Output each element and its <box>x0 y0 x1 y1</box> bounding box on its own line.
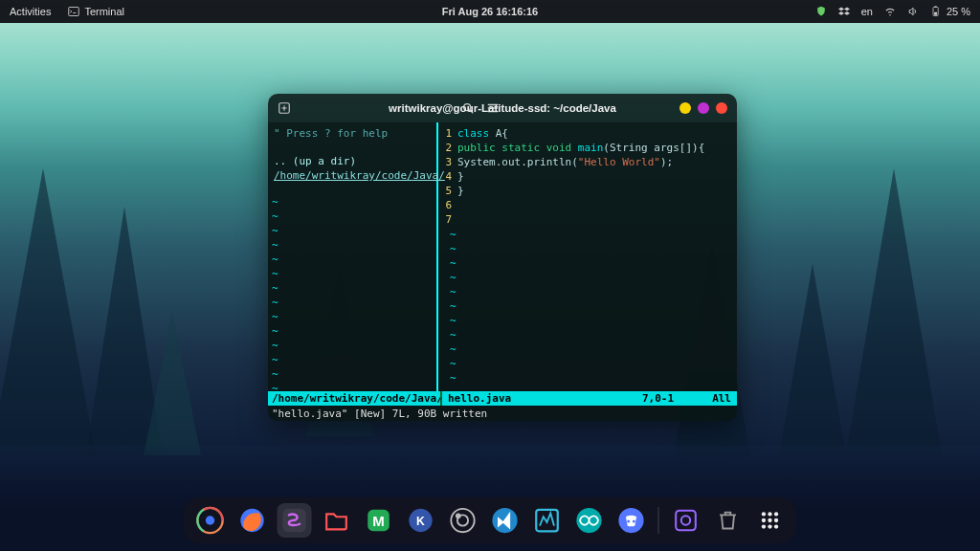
code-line[interactable]: 2public static void main(String args[]){ <box>438 141 737 155</box>
shield-icon[interactable] <box>815 6 827 17</box>
svg-point-16 <box>451 509 474 532</box>
terminal-window[interactable]: writwikray@gour-Latitude-ssd: ~/code/Jav… <box>268 94 737 421</box>
vim-message: "hello.java" [New] 7L, 90B written <box>268 406 737 421</box>
terminal-titlebar[interactable]: writwikray@gour-Latitude-ssd: ~/code/Jav… <box>268 94 737 122</box>
code-text: } <box>457 184 464 198</box>
svg-text:K: K <box>416 515 425 528</box>
vim-statusline: /home/writwikray/code/Java/ hello.java 7… <box>268 391 737 406</box>
battery-icon <box>930 6 942 17</box>
line-number: 7 <box>438 212 457 227</box>
minimize-button[interactable] <box>679 102 691 114</box>
dock-app-screenshot[interactable] <box>669 503 703 538</box>
netrw-updir[interactable]: .. (up a dir) <box>274 154 431 168</box>
dock-separator <box>658 507 659 534</box>
svg-point-9 <box>206 516 214 524</box>
dock-app-kdenlive[interactable]: K <box>404 503 438 538</box>
battery-indicator[interactable]: 25 % <box>930 6 970 17</box>
code-content[interactable]: 1class A{2public static void main(String… <box>438 126 737 227</box>
dock-app-chrome[interactable] <box>193 503 228 538</box>
status-filename: hello.java <box>448 392 511 405</box>
dock-app-discord[interactable] <box>614 503 649 538</box>
terminal-title: writwikray@gour-Latitude-ssd: ~/code/Jav… <box>389 102 616 114</box>
code-line[interactable]: 1class A{ <box>438 126 737 141</box>
svg-rect-2 <box>934 12 937 15</box>
svg-point-18 <box>456 514 461 519</box>
empty-line-markers: ~~~~~~~~~~~ <box>450 228 457 386</box>
svg-point-26 <box>681 516 690 524</box>
terminal-icon <box>68 6 79 17</box>
wallpaper-tree <box>144 312 201 455</box>
dropbox-icon[interactable] <box>838 6 850 17</box>
line-number: 5 <box>438 184 457 198</box>
dock-app-firefox[interactable] <box>235 503 270 538</box>
gnome-topbar: Activities Terminal Fri Aug 26 16:16:16 … <box>0 0 980 23</box>
wifi-icon[interactable] <box>884 6 896 17</box>
netrw-pane[interactable]: " Press ? for help .. (up a dir) /home/w… <box>268 122 438 391</box>
maximize-button[interactable] <box>698 102 709 114</box>
code-text: } <box>457 169 464 184</box>
activities-button[interactable]: Activities <box>10 6 51 17</box>
dock-app-obs[interactable] <box>446 503 480 538</box>
dock-app-emacs[interactable] <box>278 503 312 538</box>
dock-app-mail[interactable]: M <box>362 503 396 538</box>
line-number: 4 <box>438 169 457 184</box>
code-text: public static void main(String args[]){ <box>457 141 704 155</box>
svg-point-27 <box>762 512 766 516</box>
volume-icon[interactable] <box>907 6 919 17</box>
code-line[interactable]: 6 <box>438 198 737 212</box>
code-text: class A{ <box>457 126 508 141</box>
netrw-help-hint: " Press ? for help <box>274 126 431 141</box>
close-button[interactable] <box>716 102 727 114</box>
dock: M K <box>184 497 797 543</box>
dock-app-files[interactable] <box>320 503 354 538</box>
code-line[interactable]: 4} <box>438 169 737 184</box>
svg-point-31 <box>768 518 771 522</box>
dock-trash[interactable] <box>711 503 746 538</box>
line-number: 2 <box>438 141 457 155</box>
netrw-cwd[interactable]: /home/writwikray/code/Java/ <box>274 168 431 183</box>
status-position: 7,0-1 <box>642 392 674 405</box>
svg-point-24 <box>633 519 635 522</box>
code-line[interactable]: 5} <box>438 184 737 198</box>
dock-app-vscode[interactable] <box>488 503 523 538</box>
svg-point-32 <box>774 518 778 522</box>
svg-point-35 <box>774 524 778 528</box>
dock-show-apps[interactable] <box>753 503 788 538</box>
wallpaper-tree <box>0 168 96 455</box>
svg-point-29 <box>774 512 778 516</box>
code-line[interactable]: 3System.out.println("Hello World"); <box>438 155 737 169</box>
editor-pane[interactable]: 1class A{2public static void main(String… <box>438 122 737 391</box>
svg-point-33 <box>762 524 766 528</box>
svg-rect-0 <box>69 8 79 16</box>
clock[interactable]: Fri Aug 26 16:16:16 <box>442 6 538 17</box>
dock-app-arduino[interactable] <box>572 503 607 538</box>
battery-percent: 25 % <box>947 6 970 17</box>
app-menu[interactable]: Terminal <box>68 6 124 17</box>
code-line[interactable]: 7 <box>438 212 737 227</box>
wallpaper-tree <box>846 168 942 455</box>
new-tab-icon[interactable] <box>278 101 291 115</box>
code-text: System.out.println("Hello World"); <box>457 155 673 169</box>
dock-app-matlab[interactable] <box>530 503 565 538</box>
terminal-body[interactable]: " Press ? for help .. (up a dir) /home/w… <box>268 122 737 391</box>
svg-point-28 <box>768 512 771 516</box>
svg-point-30 <box>762 518 766 522</box>
line-number: 6 <box>438 198 457 212</box>
svg-rect-3 <box>934 6 936 7</box>
language-indicator[interactable]: en <box>861 6 873 17</box>
svg-text:M: M <box>372 513 385 529</box>
svg-point-23 <box>627 519 630 522</box>
svg-point-34 <box>768 524 771 528</box>
line-number: 1 <box>438 126 457 141</box>
status-scroll: All <box>712 392 731 405</box>
app-menu-label: Terminal <box>84 6 124 17</box>
empty-line-markers: ~~~~~~~~~~~~~~ <box>272 195 278 396</box>
wallpaper-tree <box>779 264 846 455</box>
status-left-path: /home/writwikray/code/Java/ <box>268 392 440 405</box>
line-number: 3 <box>438 155 457 169</box>
svg-rect-25 <box>676 511 696 531</box>
